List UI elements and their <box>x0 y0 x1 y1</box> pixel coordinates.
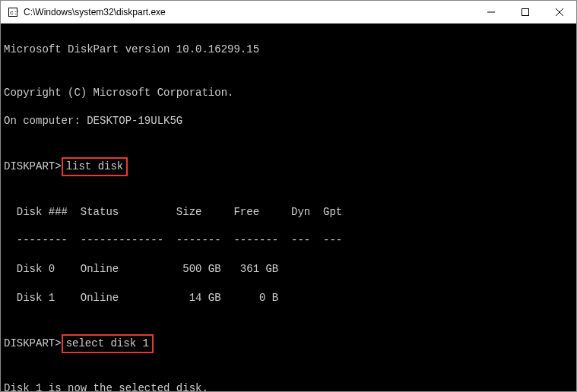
svg-rect-4 <box>522 8 528 15</box>
window-controls <box>474 1 576 23</box>
command-list-disk: list disk <box>62 157 128 176</box>
disk-table-header: Disk ### Status Size Free Dyn Gpt <box>4 205 573 220</box>
prompt-line: DISKPART> select disk 1 <box>4 334 573 353</box>
version-line: Microsoft DiskPart version 10.0.16299.15 <box>4 43 573 57</box>
disk-table-row: Disk 0 Online 500 GB 361 GB <box>4 262 573 277</box>
prompt: DISKPART> <box>4 337 62 351</box>
copyright-line: Copyright (C) Microsoft Corporation. <box>4 86 573 100</box>
command-select-disk: select disk 1 <box>62 334 154 353</box>
app-icon: c:\ <box>7 6 19 18</box>
minimize-button[interactable] <box>474 1 508 23</box>
app-window: c:\ C:\Windows\system32\diskpart.exe Mic… <box>0 0 577 392</box>
close-button[interactable] <box>542 1 576 23</box>
svg-text:c:\: c:\ <box>10 9 18 16</box>
disk-table-row: Disk 1 Online 14 GB 0 B <box>4 291 573 305</box>
maximize-button[interactable] <box>508 1 542 23</box>
selected-disk-msg: Disk 1 is now the selected disk. <box>4 381 573 391</box>
computer-line: On computer: DESKTOP-19ULK5G <box>4 114 573 128</box>
prompt-line: DISKPART> list disk <box>4 157 573 176</box>
prompt: DISKPART> <box>4 160 62 174</box>
disk-table-divider: -------- ------------- ------- ------- -… <box>4 233 573 248</box>
window-title: C:\Windows\system32\diskpart.exe <box>24 7 474 17</box>
titlebar: c:\ C:\Windows\system32\diskpart.exe <box>1 1 576 24</box>
terminal-output[interactable]: Microsoft DiskPart version 10.0.16299.15… <box>1 24 576 391</box>
